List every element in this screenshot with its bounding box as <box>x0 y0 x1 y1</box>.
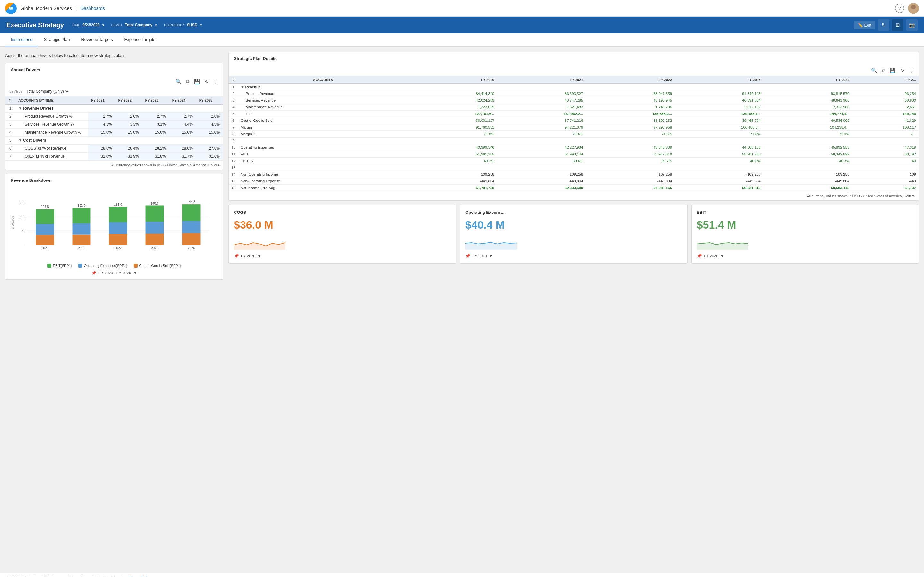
edit-label: Edit <box>864 23 871 27</box>
sp-row-val: 43,348,339 <box>586 144 674 151</box>
refresh-button[interactable]: ↻ <box>878 19 889 31</box>
row-val[interactable]: 15.0% <box>115 129 142 137</box>
tab-instructions[interactable]: Instructions <box>5 33 38 47</box>
tab-revenue-targets[interactable]: Revenue Targets <box>75 33 118 47</box>
row-val[interactable]: 15.0% <box>142 129 169 137</box>
levels-select[interactable]: Total Company (Only) <box>25 89 69 94</box>
more-tool-btn[interactable]: ⋮ <box>212 78 219 85</box>
footer: © 2020 Workday, Inc. All rights reserved… <box>0 572 924 577</box>
row-val[interactable]: 4.1% <box>88 121 115 129</box>
sp-refresh-btn[interactable]: ↻ <box>899 67 905 74</box>
nav-right: ? <box>895 3 919 14</box>
row-val[interactable]: 31.7% <box>169 153 196 161</box>
row-val[interactable] <box>196 105 223 113</box>
sp-row-val: 42,227,934 <box>497 144 586 151</box>
row-val[interactable] <box>169 105 196 113</box>
search-tool-btn[interactable]: 🔍 <box>174 78 183 85</box>
row-val[interactable]: 4.5% <box>196 121 223 129</box>
sp-row-num: 10 <box>229 144 238 151</box>
row-num: 5 <box>5 137 15 145</box>
sp-row-num: 15 <box>229 178 238 185</box>
row-val[interactable]: 2.7% <box>142 113 169 121</box>
row-val[interactable]: 27.8% <box>196 145 223 153</box>
edit-button[interactable]: ✏️ Edit <box>854 21 875 29</box>
sp-more-btn[interactable]: ⋮ <box>908 67 915 74</box>
sp-row-val: -109,258 <box>408 171 497 178</box>
sp-row-val <box>763 137 852 144</box>
row-val[interactable]: 15.0% <box>196 129 223 137</box>
row-val[interactable] <box>115 137 142 145</box>
strategic-plan-table-wrap: # ACCOUNTS FY 2020 FY 2021 FY 2022 FY 20… <box>229 76 919 191</box>
row-val[interactable]: 2.6% <box>115 113 142 121</box>
sp-row-val: -449,804 <box>497 178 586 185</box>
table-row: 8Margin %71.8%71.4%71.6%71.8%72.0%7... <box>229 131 919 137</box>
tab-expense-targets[interactable]: Expense Targets <box>118 33 161 47</box>
group-toggle: ▼ <box>18 106 23 111</box>
dashboards-link[interactable]: Dashboards <box>81 6 105 11</box>
time-filter[interactable]: TIME 9/23/2020 ▼ <box>71 23 105 27</box>
copy-tool-btn[interactable]: ⧉ <box>185 78 191 85</box>
annual-drivers-table-wrap: # ACCOUNTS BY TIME FY 2021 FY 2022 FY 20… <box>5 97 223 161</box>
group-toggle: ▼ <box>18 138 23 143</box>
sp-row-val: -449,804 <box>586 178 674 185</box>
row-val[interactable] <box>169 137 196 145</box>
sp-th-fy2023: FY 2023 <box>674 76 763 84</box>
help-icon[interactable]: ? <box>895 4 904 13</box>
grid-view-button[interactable]: ⊞ <box>892 19 903 31</box>
row-val[interactable] <box>88 137 115 145</box>
sp-row-val <box>674 164 763 171</box>
row-val[interactable]: 3.1% <box>142 121 169 129</box>
row-val[interactable]: 32.0% <box>88 153 115 161</box>
row-val[interactable]: 15.0% <box>88 129 115 137</box>
row-num: 2 <box>5 113 15 121</box>
sp-row-val: 40,536,009 <box>763 117 852 124</box>
row-val[interactable]: 28.2% <box>142 145 169 153</box>
svg-text:2022: 2022 <box>115 247 122 250</box>
workday-logo: W <box>5 3 17 14</box>
row-val[interactable]: 2.6% <box>196 113 223 121</box>
row-val[interactable]: 15.0% <box>169 129 196 137</box>
sp-search-btn[interactable]: 🔍 <box>870 67 878 74</box>
sp-row-val: 91,349,143 <box>674 90 763 97</box>
row-val[interactable]: 31.6% <box>196 153 223 161</box>
save-tool-btn[interactable]: 💾 <box>193 78 201 85</box>
row-val[interactable]: 28.4% <box>115 145 142 153</box>
table-row: 4Maintenance Revenue Growth %15.0%15.0%1… <box>5 129 223 137</box>
row-val[interactable]: 31.8% <box>142 153 169 161</box>
sp-save-btn[interactable]: 💾 <box>889 67 897 74</box>
row-val[interactable]: 28.6% <box>88 145 115 153</box>
sp-copy-btn[interactable]: ⧉ <box>881 67 886 74</box>
level-filter[interactable]: LEVEL Total Company ▼ <box>111 23 158 27</box>
sp-row-val: 86,693,527 <box>497 90 586 97</box>
svg-text:140.0: 140.0 <box>150 201 158 205</box>
sp-row-account: Non-Operating Expense <box>238 178 408 185</box>
row-val[interactable]: 2.7% <box>169 113 196 121</box>
refresh-tool-btn[interactable]: ↻ <box>204 78 210 85</box>
row-val[interactable] <box>196 137 223 145</box>
row-val[interactable] <box>88 105 115 113</box>
row-account: COGS as % of Revenue <box>15 145 88 153</box>
sp-row-val: 131,962,2... <box>497 111 586 117</box>
sp-row-account: Non-Operating Income <box>238 171 408 178</box>
right-panel: Strategic Plan Details 🔍 ⧉ 💾 ↻ ⋮ # ACCOU… <box>228 52 919 567</box>
svg-rect-16 <box>73 235 91 245</box>
sp-row-num: 8 <box>229 131 238 137</box>
row-val[interactable]: 4.4% <box>169 121 196 129</box>
sp-row-num: 5 <box>229 111 238 117</box>
sp-row-val <box>408 84 497 90</box>
currency-filter[interactable]: CURRENCY $USD ▼ <box>164 23 202 27</box>
row-val[interactable]: 3.3% <box>115 121 142 129</box>
row-val[interactable] <box>142 137 169 145</box>
row-val[interactable]: 28.0% <box>169 145 196 153</box>
row-val[interactable] <box>115 105 142 113</box>
camera-button[interactable]: 📷 <box>906 19 918 31</box>
sp-row-val <box>852 164 919 171</box>
row-val[interactable]: 31.9% <box>115 153 142 161</box>
revenue-chart: 050100150$,000,000127.82020132.02021135.… <box>11 190 216 261</box>
row-val[interactable] <box>142 105 169 113</box>
row-val[interactable]: 2.7% <box>88 113 115 121</box>
user-avatar[interactable] <box>908 3 919 14</box>
svg-text:100: 100 <box>20 215 25 219</box>
tab-strategic-plan[interactable]: Strategic Plan <box>38 33 75 47</box>
sp-row-val: 144,771,4... <box>763 111 852 117</box>
